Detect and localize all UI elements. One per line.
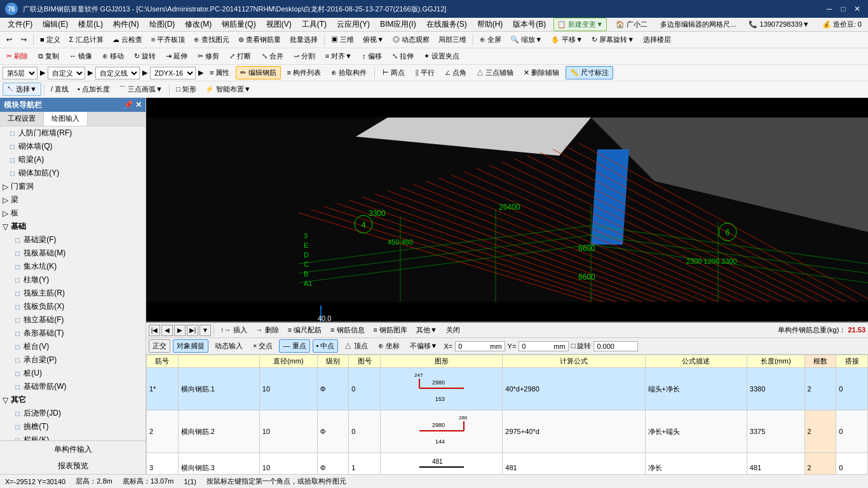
tree-group-other[interactable]: ▽其它: [0, 393, 146, 407]
pick-component-button[interactable]: ⊕ 拾取构件: [327, 66, 370, 79]
rect-button[interactable]: □ 矩形: [172, 83, 200, 96]
view-rebar-button[interactable]: ⊛ 查看钢筋量: [234, 33, 285, 46]
report-preview-button[interactable]: 报表预览: [0, 458, 146, 474]
arc-button[interactable]: ⌒ 三点画弧▼: [115, 83, 166, 96]
table-row[interactable]: 1* 横向钢筋.1 10 Φ 0 2980 247 153 40*d+2980 …: [147, 368, 868, 410]
x-input-box[interactable]: mm: [455, 341, 505, 351]
nav-down-button[interactable]: ▼: [200, 325, 211, 336]
midpoint-button[interactable]: — 重点: [279, 339, 309, 353]
table-row[interactable]: 2 横向钢筋.2 10 Φ 0 2980 280 144 2975+40*d 净…: [147, 410, 868, 453]
menu-floor[interactable]: 楼层(L): [73, 18, 108, 31]
move-button[interactable]: ⊕ 移动: [98, 50, 128, 63]
menu-rebar[interactable]: 钢筋量(Q): [217, 18, 261, 31]
batch-select-button[interactable]: 批量选择: [286, 33, 322, 46]
menu-modify[interactable]: 修改(M): [180, 18, 217, 31]
redo-button[interactable]: ↪: [17, 34, 31, 46]
dynamic-input-button[interactable]: 动态输入: [211, 339, 247, 353]
tree-item-pile[interactable]: □桩(U): [0, 367, 146, 380]
nav-prev-button[interactable]: ◀: [161, 325, 173, 336]
close-button[interactable]: ✕: [851, 3, 863, 15]
two-point-button[interactable]: ⊢ 两点: [379, 66, 409, 79]
price-button[interactable]: 💰 造价豆: 0: [818, 18, 865, 31]
trim-button[interactable]: ✂ 修剪: [194, 50, 223, 63]
tree-item-raft[interactable]: □筏板基础(M): [0, 247, 146, 260]
tree-item-foundation-beam[interactable]: □基础梁(F): [0, 233, 146, 247]
menu-draw[interactable]: 绘图(D): [144, 18, 180, 31]
split-button[interactable]: ⤻ 分割: [290, 50, 319, 63]
delete-button[interactable]: ✂ 刷除: [3, 50, 32, 63]
tree-item-cornice[interactable]: □挑檐(T): [0, 420, 146, 433]
tree-item-post-cast[interactable]: □后浇带(JD): [0, 407, 146, 420]
calc-button[interactable]: Σ 汇总计算: [65, 33, 107, 46]
break-button[interactable]: ⤢ 打断: [226, 50, 255, 63]
vertex-button[interactable]: △ 顶点: [341, 339, 371, 353]
rotate-btn[interactable]: ↻ 旋转: [130, 50, 159, 63]
sidebar-tab-drawing[interactable]: 绘图输入: [44, 112, 88, 126]
rebar-lib-button[interactable]: ≡ 钢筋图库: [370, 323, 411, 337]
smart-button[interactable]: ⚡ 智能布置▼: [201, 83, 255, 96]
menu-bim[interactable]: BIM应用(I): [375, 18, 421, 31]
sublevel-select[interactable]: 自定义: [48, 67, 85, 79]
tree-item-parapet[interactable]: □栏板(K): [0, 433, 146, 440]
gx2-button[interactable]: 🏠 广小二: [612, 18, 651, 31]
offset-button[interactable]: ↕ 偏移: [358, 50, 386, 63]
sidebar-close-icon[interactable]: ✕: [135, 100, 142, 109]
midpt-button[interactable]: • 中点: [313, 339, 339, 353]
phone-button[interactable]: 📞 13907298339▼: [745, 18, 813, 30]
del-axis-button[interactable]: ✕ 删除辅轴: [520, 66, 563, 79]
level-top-button[interactable]: ≡ 平齐板顶: [147, 33, 189, 46]
select-floor-button[interactable]: 选择楼层: [639, 33, 675, 46]
menu-cloud[interactable]: 云应用(Y): [332, 18, 375, 31]
tree-item-column-pier[interactable]: □柱墩(Y): [0, 273, 146, 287]
component-list-button[interactable]: ≡ 构件列表: [283, 66, 325, 79]
tree-item-rf-wall[interactable]: □人防门框墙(RF): [0, 126, 146, 140]
grid-editor-button[interactable]: 多边形编辑器的网格尺...: [656, 18, 740, 31]
cloud-check-button[interactable]: ☁ 云检查: [109, 33, 146, 46]
insert-button[interactable]: ↑→ 插入: [217, 323, 251, 337]
copy-button[interactable]: ⧉ 复制: [34, 50, 63, 63]
nav-first-button[interactable]: |◀: [149, 325, 160, 336]
menu-file[interactable]: 文件(F): [3, 18, 37, 31]
parallel-button[interactable]: ∥ 平行: [411, 66, 438, 79]
menu-version[interactable]: 版本号(B): [508, 18, 551, 31]
tree-item-cap-beam[interactable]: □承台梁(P): [0, 353, 146, 367]
tree-item-dark-beam[interactable]: □暗梁(A): [0, 153, 146, 166]
menu-tools[interactable]: 工具(T): [297, 18, 332, 31]
top-view-button[interactable]: 俯视▼: [359, 33, 388, 46]
line-button[interactable]: / 直线: [47, 83, 72, 96]
coord-button[interactable]: ⊕ 坐标: [374, 339, 403, 353]
y-input[interactable]: [522, 342, 553, 350]
point-angle-button[interactable]: ∠ 点角: [441, 66, 470, 79]
viewport[interactable]: A1 3300 450 480 26400 6600 6600 2300 120…: [146, 98, 868, 322]
y-input-box[interactable]: mm: [519, 341, 568, 351]
ortho-button[interactable]: 正交: [149, 339, 170, 353]
tree-item-masonry-wall[interactable]: □砌体墙(Q): [0, 140, 146, 153]
scale-config-button[interactable]: ≡ 编尺配筋: [284, 323, 325, 337]
merge-button[interactable]: ⤡ 合并: [258, 50, 287, 63]
table-row[interactable]: 3 横向钢筋.3 10 Φ 1 481 481 净长 481 2 0: [147, 453, 868, 475]
local-3d-button[interactable]: 局部三维: [435, 33, 470, 46]
rotate-button[interactable]: ↻ 屏幕旋转▼: [588, 33, 638, 46]
tree-item-masonry-rebar[interactable]: □砌体加筋(Y): [0, 166, 146, 180]
rotate-input-box[interactable]: [593, 341, 638, 351]
linetype-select[interactable]: 自定义线: [95, 67, 140, 79]
rebar-info-button[interactable]: ≡ 钢筋信息: [327, 323, 368, 337]
three-point-button[interactable]: △ 三点辅轴: [473, 66, 517, 79]
select-button[interactable]: ↖ 选择▼: [3, 83, 41, 96]
3d-button[interactable]: ▣ 三维: [327, 33, 358, 46]
snap-button[interactable]: 对象捕提: [173, 339, 208, 353]
grip-button[interactable]: ✦ 设置夹点: [420, 50, 463, 63]
define-button[interactable]: ■ 定义: [36, 33, 64, 46]
sidebar-pin-icon[interactable]: 📌: [123, 100, 133, 109]
find-element-button[interactable]: ⊕ 查找图元: [190, 33, 233, 46]
menu-view[interactable]: 视图(V): [261, 18, 297, 31]
tree-item-sump[interactable]: □集水坑(K): [0, 260, 146, 273]
maximize-button[interactable]: □: [837, 3, 849, 15]
edit-rebar-button[interactable]: ✏ 编辑钢筋: [236, 66, 280, 79]
floor-select[interactable]: 第5层: [3, 67, 37, 79]
x-input[interactable]: [458, 342, 490, 350]
extend-button[interactable]: ⇥ 延伸: [162, 50, 191, 63]
undo-button[interactable]: ↩: [3, 34, 16, 46]
del-row-button[interactable]: → 删除: [252, 323, 283, 337]
menu-component[interactable]: 构件(N): [108, 18, 144, 31]
